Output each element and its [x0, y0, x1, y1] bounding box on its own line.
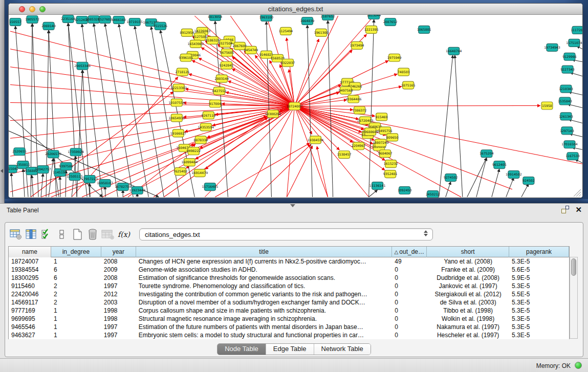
graph-node[interactable]: 1297143 — [560, 127, 574, 135]
graph-node[interactable]: 1535843 — [558, 97, 572, 105]
graph-node[interactable]: 1065801 — [417, 26, 431, 33]
graph-node[interactable]: 1963100 — [259, 15, 274, 21]
table-row[interactable]: 1830029562008Estimation of significance … — [9, 274, 569, 282]
graph-node[interactable]: 8186328 — [206, 36, 220, 44]
delete-table-icon[interactable] — [85, 227, 100, 242]
graph-node[interactable]: 2069140 — [41, 22, 56, 30]
citation-edge-black[interactable] — [105, 24, 133, 197]
graph-node[interactable]: 19166827 — [170, 129, 187, 137]
close-panel-icon[interactable]: ✕ — [575, 206, 582, 213]
graph-node[interactable]: 12505115 — [67, 173, 83, 181]
column-header-in_degree[interactable]: in_degree — [51, 247, 101, 257]
table-settings-icon[interactable] — [8, 227, 24, 242]
column-header-out_de[interactable]: △out_de… — [392, 247, 427, 257]
graph-node[interactable]: 2204967 — [352, 142, 366, 150]
collapsed-side-panel[interactable] — [0, 0, 5, 203]
graph-node[interactable]: 9396101 — [179, 54, 193, 61]
citation-edge-black[interactable] — [521, 184, 529, 197]
citation-edge-black[interactable] — [467, 158, 487, 197]
graph-node[interactable]: 16914479 — [192, 169, 208, 177]
graph-node[interactable]: 748503 — [398, 68, 410, 76]
graph-node[interactable]: 9227343 — [560, 65, 575, 73]
citation-edge-black[interactable] — [369, 190, 378, 197]
graph-node[interactable]: 917004 — [209, 100, 222, 107]
citation-edge-black[interactable] — [41, 173, 43, 197]
citation-edge-red[interactable] — [294, 106, 540, 106]
graph-node[interactable]: 8813054 — [208, 15, 223, 20]
window-titlebar[interactable]: citations_edges.txt — [9, 4, 582, 15]
graph-node[interactable]: 8322037 — [281, 59, 295, 67]
graph-node[interactable]: 9498222 — [187, 147, 201, 155]
graph-node[interactable]: 9397588 — [59, 163, 73, 170]
graph-node[interactable]: 1527602 — [98, 15, 112, 23]
table-row[interactable]: 911546021997Tourette syndrome. Phenomeno… — [9, 282, 569, 290]
graph-node[interactable]: 1905572 — [25, 15, 39, 23]
citation-edge-red[interactable] — [10, 31, 294, 106]
graph-node[interactable]: 9267110 — [202, 112, 216, 119]
float-panel-icon[interactable] — [561, 206, 569, 213]
citation-edge-black[interactable] — [492, 169, 499, 197]
graph-node[interactable]: 6466160 — [112, 16, 126, 24]
citation-edge-black[interactable] — [476, 158, 487, 197]
graph-node[interactable]: 1221395 — [364, 26, 379, 33]
graph-node[interactable]: 5675685 — [220, 49, 234, 56]
table-row[interactable]: 946554611997Estimation of the future num… — [9, 323, 569, 331]
citation-network-graph[interactable]: 1505571905572206914022351648212416108532… — [9, 15, 582, 198]
citation-edge-red[interactable] — [10, 67, 294, 106]
scrollbar-thumb[interactable] — [571, 258, 576, 276]
network-table-select[interactable]: citations_edges.txt — [139, 228, 433, 240]
column-header-short[interactable]: short — [427, 247, 509, 257]
column-header-name[interactable]: name — [9, 247, 51, 257]
citation-edge-red[interactable] — [294, 106, 512, 190]
citation-edge-black[interactable] — [23, 169, 25, 197]
graph-node[interactable]: 2803144 — [215, 75, 229, 82]
table-row[interactable]: 1938455462009Genome-wide association stu… — [9, 266, 569, 274]
graph-node[interactable]: 2520655 — [12, 148, 27, 156]
graph-node[interactable]: 9274502 — [444, 174, 458, 182]
graph-node[interactable]: 1615232 — [384, 160, 398, 168]
resize-grip-icon[interactable] — [576, 192, 581, 196]
graph-node[interactable]: 10688609 — [362, 128, 379, 136]
graph-node[interactable]: 8878334 — [194, 136, 208, 144]
citation-edge-black[interactable] — [11, 173, 13, 197]
graph-node[interactable]: 2087652 — [383, 18, 398, 26]
citation-edge-black[interactable] — [105, 186, 105, 197]
network-canvas[interactable]: 1505571905572206914022351648212416108532… — [9, 15, 582, 198]
select-rows-icon[interactable] — [39, 227, 54, 242]
graph-node[interactable]: 12042757 — [35, 166, 51, 173]
column-header-year[interactable]: year — [101, 247, 136, 257]
citation-edge-red[interactable] — [287, 38, 295, 106]
tab-node-table[interactable]: Node Table — [217, 344, 266, 355]
graph-node[interactable]: 1975949 — [387, 54, 402, 61]
graph-node[interactable]: 18724007 — [287, 102, 303, 110]
citation-edge-red[interactable] — [256, 144, 311, 197]
column-header-pagerank[interactable]: pagerank — [509, 247, 569, 257]
graph-node[interactable]: 809650 — [386, 134, 399, 141]
tab-edge-table[interactable]: Edge Table — [266, 344, 314, 355]
graph-node[interactable]: 16543982 — [188, 40, 204, 48]
graph-node[interactable]: 16099484 — [182, 159, 198, 166]
graph-node[interactable]: 10654935 — [169, 114, 185, 122]
graph-node[interactable]: 1538457 — [337, 151, 352, 159]
graph-node[interactable]: 15716485 — [202, 183, 219, 191]
citation-edge-black[interactable] — [369, 19, 374, 197]
graph-node[interactable]: 16782759 — [115, 183, 131, 191]
graph-node[interactable]: 11923448 — [129, 187, 145, 194]
graph-node[interactable]: 9327504 — [219, 39, 233, 47]
citation-edge-red[interactable] — [287, 106, 294, 198]
graph-node[interactable]: 18300295 — [265, 110, 281, 118]
graph-node[interactable]: 9129966 — [562, 53, 577, 60]
graph-node[interactable]: 20053346 — [74, 62, 91, 70]
graph-node[interactable]: 17016504 — [561, 141, 578, 148]
citation-edge-black[interactable] — [446, 182, 451, 197]
graph-node[interactable]: 20364486 — [345, 95, 362, 103]
graph-node[interactable]: 9497568 — [339, 86, 353, 94]
table-row[interactable]: 946362711997Embryonic stem cells: a mode… — [9, 331, 569, 339]
graph-node[interactable]: 1167533 — [565, 152, 580, 160]
table-vertical-scrollbar[interactable] — [570, 257, 578, 339]
column-header-title[interactable]: title — [136, 247, 393, 257]
graph-node[interactable]: 15751074 — [566, 39, 582, 47]
citation-edge-black[interactable] — [49, 158, 53, 197]
graph-node[interactable]: 1961300 — [314, 29, 329, 36]
graph-node[interactable]: 9352481 — [383, 170, 398, 178]
